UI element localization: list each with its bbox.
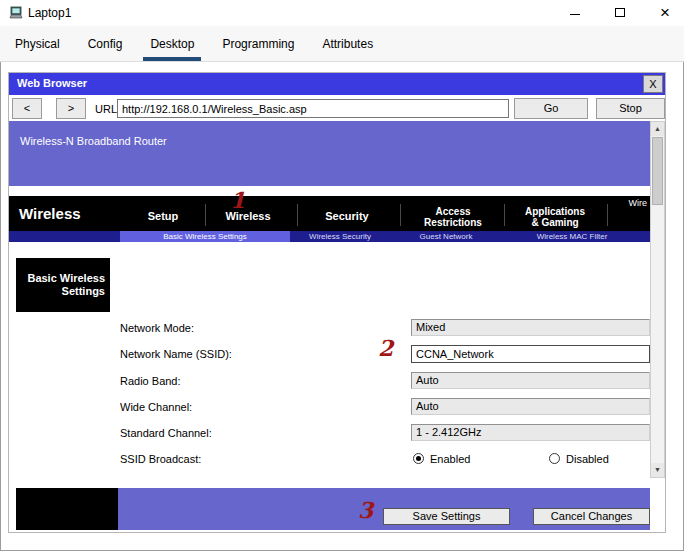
forward-button[interactable]: > <box>56 98 86 119</box>
scroll-thumb[interactable] <box>652 137 663 205</box>
vertical-scrollbar[interactable]: ▲ ▼ <box>650 121 665 478</box>
form-row-ssid: Network Name (SSID): <box>9 345 650 363</box>
standard-channel-select[interactable]: 1 - 2.412GHz <box>411 424 650 441</box>
back-button[interactable]: < <box>12 98 42 119</box>
scroll-up-icon[interactable]: ▲ <box>651 122 664 136</box>
menu-access-restrictions[interactable]: Access Restrictions <box>403 206 503 228</box>
tab-attributes[interactable]: Attributes <box>315 26 380 61</box>
annotation-step-3: 3 <box>358 499 373 521</box>
tab-programming[interactable]: Programming <box>215 26 301 61</box>
nav-corner-text: Wire <box>629 198 648 208</box>
enabled-radio[interactable] <box>413 453 424 464</box>
menu-security[interactable]: Security <box>297 210 397 222</box>
scroll-down-icon[interactable]: ▼ <box>651 463 664 477</box>
url-input[interactable] <box>117 99 509 118</box>
router-subnav: Basic Wireless Settings Wireless Securit… <box>9 231 650 242</box>
form-row-radio-band: Radio Band: Auto <box>9 372 650 390</box>
nav-separator <box>607 204 608 226</box>
minimize-icon <box>570 14 580 15</box>
menu-applications-gaming[interactable]: Applications & Gaming <box>505 206 605 228</box>
stop-button[interactable]: Stop <box>596 98 665 119</box>
tab-desktop[interactable]: Desktop <box>143 26 201 61</box>
form-row-ssid-broadcast: SSID Broadcast: Enabled Disabled <box>9 450 650 468</box>
minimize-button[interactable] <box>564 3 586 23</box>
radio-band-label: Radio Band: <box>120 372 181 390</box>
nav-separator <box>400 204 401 226</box>
browser-toolbar: < > URL Go Stop <box>9 95 665 121</box>
save-settings-button[interactable]: Save Settings <box>383 508 510 525</box>
browser-title: Web Browser <box>17 77 87 89</box>
url-label: URL <box>95 103 117 115</box>
radio-band-select[interactable]: Auto <box>411 372 650 389</box>
tab-physical[interactable]: Physical <box>8 26 67 61</box>
laptop-window: Laptop1 × Physical Config Desktop Progra… <box>0 0 684 551</box>
close-button[interactable]: × <box>654 3 676 23</box>
form-row-wide-channel: Wide Channel: Auto <box>9 398 650 416</box>
router-nav-bar: Wireless Wire Setup Wireless Security Ac… <box>9 196 650 231</box>
ssid-broadcast-label: SSID Broadcast: <box>120 450 201 468</box>
router-banner-title: Wireless-N Broadband Router <box>20 135 167 147</box>
browser-viewport: Wireless-N Broadband Router Wireless Wir… <box>9 121 665 532</box>
window-title: Laptop1 <box>28 6 71 20</box>
annotation-step-1: 1 <box>230 189 245 211</box>
ssid-input[interactable] <box>411 345 650 363</box>
network-mode-label: Network Mode: <box>120 319 194 337</box>
menu-wireless[interactable]: Wireless <box>198 210 298 222</box>
footer-spacer-box <box>16 488 118 530</box>
annotation-step-2: 2 <box>378 337 393 359</box>
web-browser-panel: Web Browser X < > URL Go Stop Wireless-N… <box>8 72 666 533</box>
section-sidebar-label: Basic Wireless Settings <box>16 258 110 312</box>
window-titlebar: Laptop1 × <box>0 0 684 26</box>
subnav-wireless-security[interactable]: Wireless Security <box>285 231 395 242</box>
standard-channel-label: Standard Channel: <box>120 424 212 442</box>
subnav-guest-network[interactable]: Guest Network <box>391 231 501 242</box>
wide-channel-label: Wide Channel: <box>120 398 192 416</box>
disabled-radio[interactable] <box>549 453 560 464</box>
network-mode-select[interactable]: Mixed <box>411 319 650 336</box>
maximize-icon <box>615 8 625 17</box>
browser-close-button[interactable]: X <box>643 75 663 93</box>
laptop-icon <box>8 6 24 20</box>
enabled-radio-label: Enabled <box>430 450 470 468</box>
subnav-basic-wireless-settings[interactable]: Basic Wireless Settings <box>120 231 290 242</box>
cancel-changes-button[interactable]: Cancel Changes <box>533 508 650 525</box>
nav-section-title: Wireless <box>19 196 81 231</box>
subnav-wireless-mac-filter[interactable]: Wireless MAC Filter <box>517 231 627 242</box>
disabled-radio-label: Disabled <box>566 450 609 468</box>
form-row-network-mode: Network Mode: Mixed <box>9 319 650 337</box>
device-tabstrip: Physical Config Desktop Programming Attr… <box>0 26 684 62</box>
go-button[interactable]: Go <box>514 98 588 119</box>
browser-titlebar: Web Browser X <box>9 73 665 95</box>
tab-config[interactable]: Config <box>81 26 130 61</box>
wide-channel-select[interactable]: Auto <box>411 398 650 415</box>
maximize-button[interactable] <box>609 3 631 23</box>
form-row-standard-channel: Standard Channel: 1 - 2.412GHz <box>9 424 650 442</box>
router-banner: Wireless-N Broadband Router <box>9 121 650 186</box>
ssid-label: Network Name (SSID): <box>120 345 232 363</box>
